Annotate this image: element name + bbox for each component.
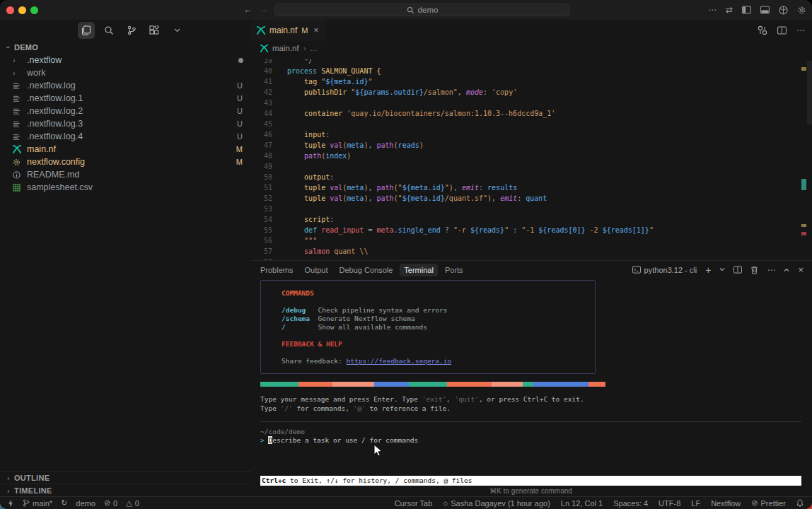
errors-indicator[interactable]: ⊘0 xyxy=(104,498,117,508)
language-indicator[interactable]: Nextflow xyxy=(711,499,741,508)
maximize-panel-icon[interactable] xyxy=(784,268,789,271)
tree-item--nextflow-log-3[interactable]: .nextflow.log.3U xyxy=(0,117,251,130)
panel-tab-ports[interactable]: Ports xyxy=(441,264,468,276)
outline-section[interactable]: › OUTLINE xyxy=(0,471,251,484)
explorer-section-header[interactable]: › DEMO xyxy=(0,41,251,54)
terminal-dropdown-icon[interactable] xyxy=(719,268,725,271)
tree-item-main-nf[interactable]: main.nfM xyxy=(0,143,251,156)
sync-indicator[interactable]: ↻ xyxy=(61,498,67,508)
tab-close-icon[interactable]: × xyxy=(314,25,319,35)
help-box: COMMANDS /debug Check pipeline syntax an… xyxy=(260,280,596,374)
tree-item--nextflow-log-2[interactable]: .nextflow.log.2U xyxy=(0,105,251,117)
search-sidebar-icon[interactable] xyxy=(100,22,117,39)
editor-scrollbar-thumb[interactable] xyxy=(807,61,812,124)
encoding-indicator[interactable]: UTF-8 xyxy=(659,499,680,508)
feedback-link[interactable]: https://feedback.seqera.io xyxy=(347,357,452,365)
git-status-badge: U xyxy=(237,81,243,90)
indentation-indicator[interactable]: Spaces: 4 xyxy=(613,499,648,508)
cursor-tab-indicator[interactable]: Cursor Tab xyxy=(395,499,433,508)
forward-button[interactable]: → xyxy=(259,4,268,15)
terminal-content[interactable]: COMMANDS /debug Check pipeline syntax an… xyxy=(260,280,812,374)
panel-tab-debug-console[interactable]: Debug Console xyxy=(335,264,398,276)
panel-more-actions-icon[interactable]: ⋯ xyxy=(767,265,775,275)
prompt-input[interactable]: > Describe a task or use / for commands xyxy=(260,436,418,444)
close-window-button[interactable] xyxy=(6,6,14,14)
log-file-icon xyxy=(13,107,27,115)
settings-gear-icon[interactable] xyxy=(797,6,806,15)
panel-tab-output[interactable]: Output xyxy=(300,264,332,276)
new-terminal-icon[interactable]: + xyxy=(705,264,711,276)
nf-file-icon xyxy=(13,145,27,153)
tree-item-work[interactable]: ›work xyxy=(0,66,251,79)
tab-modified-badge: M xyxy=(301,26,308,35)
nextflow-icon xyxy=(260,45,268,52)
toggle-panel-icon[interactable] xyxy=(760,6,770,14)
extensions-icon[interactable] xyxy=(146,22,163,39)
formatter-indicator[interactable]: ⊘Prettier xyxy=(751,498,786,508)
explorer-icon[interactable] xyxy=(78,22,95,39)
log-file-icon xyxy=(13,95,27,103)
panel-tab-terminal[interactable]: Terminal xyxy=(400,264,438,276)
mouse-cursor xyxy=(373,444,383,457)
commands-title: COMMANDS xyxy=(282,289,595,298)
git-blame-indicator[interactable]: ◇Sasha Dagayev (1 hour ago) xyxy=(443,499,550,508)
panel-tabs: ProblemsOutputDebug ConsoleTerminalPorts xyxy=(256,261,468,279)
breadcrumb[interactable]: main.nf › ... xyxy=(260,44,317,52)
split-terminal-icon[interactable] xyxy=(733,266,742,274)
secondary-sidebar-icon[interactable] xyxy=(779,6,788,15)
terminal-instance[interactable]: python3.12 - cli xyxy=(632,266,697,274)
timeline-label: TIMELINE xyxy=(14,486,52,495)
close-panel-icon[interactable]: × xyxy=(798,264,804,275)
warnings-indicator[interactable]: △0 xyxy=(126,498,139,508)
eol-indicator[interactable]: LF xyxy=(691,499,700,508)
cursor-position-indicator[interactable]: Ln 12, Col 1 xyxy=(561,499,603,508)
remote-indicator[interactable] xyxy=(7,500,14,507)
minimize-window-button[interactable] xyxy=(18,6,26,14)
tree-item--nextflow-log-1[interactable]: .nextflow.log.1U xyxy=(0,92,251,105)
breadcrumb-separator: › xyxy=(303,44,306,52)
tree-item--nextflow-log-4[interactable]: .nextflow.log.4U xyxy=(0,130,251,143)
panel-tab-problems[interactable]: Problems xyxy=(256,264,297,276)
project-indicator[interactable]: demo xyxy=(76,499,95,508)
git-branch-indicator[interactable]: main* xyxy=(23,499,52,508)
sync-arrows-icon[interactable]: ⇄ xyxy=(726,5,733,15)
tab-main-nf[interactable]: main.nf M × xyxy=(251,20,326,41)
notifications-bell-icon[interactable] xyxy=(796,499,804,507)
run-compare-icon[interactable] xyxy=(758,25,767,35)
tree-item-samplesheet-csv[interactable]: samplesheet.csv xyxy=(0,181,251,194)
breadcrumb-file: main.nf xyxy=(272,44,299,52)
tab-title: main.nf xyxy=(269,25,297,35)
timeline-section[interactable]: › TIMELINE xyxy=(0,484,251,496)
trash-icon[interactable] xyxy=(750,266,758,274)
terminal-footer-bar: Ctrl+c to Exit, ↑/↓ for history, / comma… xyxy=(260,476,801,486)
log-file-icon xyxy=(13,82,27,90)
breadcrumb-more: ... xyxy=(311,44,318,52)
tree-item-nextflow-config[interactable]: nextflow.configM xyxy=(0,156,251,168)
toggle-sidebar-icon[interactable] xyxy=(742,6,751,14)
section-chevron-icon: › xyxy=(4,46,13,49)
outline-chevron-icon: › xyxy=(7,474,10,482)
git-status-badge: U xyxy=(237,107,243,115)
tree-item-readme-md[interactable]: README.md xyxy=(0,168,251,181)
tree-item--nextflow-log[interactable]: .nextflow.logU xyxy=(0,79,251,92)
command-center-search[interactable]: demo xyxy=(274,4,570,16)
log-file-icon xyxy=(13,120,27,128)
code-lines[interactable]: 39 */40process SALMON_QUANT {41 tag "${m… xyxy=(251,55,812,260)
more-actions-icon[interactable]: ⋯ xyxy=(708,5,717,15)
split-editor-icon[interactable] xyxy=(777,26,787,35)
chevron-down-icon[interactable] xyxy=(168,22,185,39)
source-control-icon[interactable] xyxy=(123,22,140,39)
git-status-badge: U xyxy=(237,119,243,128)
gradient-bar xyxy=(260,382,605,387)
cwd-path: ~/code/demo xyxy=(260,428,305,435)
editor-more-actions-icon[interactable]: ⋯ xyxy=(796,25,805,35)
prompt-placeholder: escribe a task or use / for commands xyxy=(272,436,418,444)
git-status-badge: U xyxy=(237,94,243,103)
terminal-divider xyxy=(260,421,801,422)
terminal-icon xyxy=(632,266,641,274)
tree-item--nextflow[interactable]: ›.nextflow xyxy=(0,54,251,66)
zoom-window-button[interactable] xyxy=(30,6,38,14)
timeline-chevron-icon: › xyxy=(7,486,10,495)
status-bar: main* ↻ demo ⊘0 △0 Cursor Tab ◇Sasha Dag… xyxy=(0,496,812,509)
back-button[interactable]: ← xyxy=(243,4,253,15)
